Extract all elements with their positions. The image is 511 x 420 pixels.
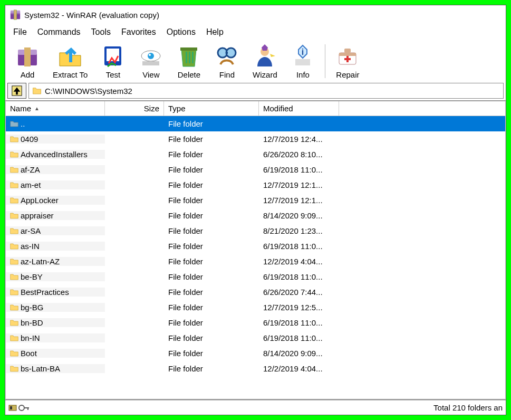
svg-rect-17 [192, 52, 194, 63]
nav-up-button[interactable] [7, 83, 26, 99]
folder-icon [10, 212, 18, 219]
file-modified: 6/19/2018 11:0... [259, 165, 339, 174]
file-modified: 8/14/2020 9:09... [259, 349, 339, 358]
file-name: 0409 [21, 135, 38, 144]
file-row[interactable]: AdvancedInstallersFile folder6/26/2020 8… [6, 147, 505, 162]
file-name: az-Latn-AZ [21, 257, 60, 266]
file-name: ar-SA [21, 226, 41, 235]
toolbar-info-button[interactable]: iInfo [284, 42, 322, 80]
col-header-modified[interactable]: Modified [259, 101, 339, 116]
file-row[interactable]: bg-BGFile folder12/7/2019 12:5... [6, 300, 505, 315]
file-type: File folder [164, 150, 259, 159]
file-row[interactable]: bs-Latn-BAFile folder12/2/2019 4:04... [6, 361, 505, 376]
menu-help[interactable]: Help [201, 25, 228, 39]
file-name: Boot [21, 349, 37, 358]
folder-icon [10, 289, 18, 296]
toolbar-test-button[interactable]: Test [94, 42, 132, 80]
toolbar-repair-button[interactable]: Repair [329, 42, 367, 80]
file-type: File folder [164, 196, 259, 205]
file-modified: 6/26/2020 7:44... [259, 288, 339, 297]
svg-rect-25 [339, 53, 356, 56]
path-box[interactable]: C:\WINDOWS\System32 [28, 83, 504, 99]
file-modified: 12/7/2019 12:4... [259, 135, 339, 144]
file-row[interactable]: af-ZAFile folder6/19/2018 11:0... [6, 162, 505, 177]
file-row[interactable]: am-etFile folder12/7/2019 12:1... [6, 177, 505, 193]
file-name: bn-IN [21, 333, 40, 342]
toolbar-view-button[interactable]: View [132, 42, 170, 80]
file-name: BestPractices [21, 288, 69, 297]
svg-point-12 [149, 54, 151, 56]
toolbar-add-button[interactable]: Add [8, 42, 46, 80]
svg-rect-13 [142, 61, 159, 65]
folder-icon [10, 166, 18, 174]
file-row[interactable]: ..File folder [6, 116, 505, 131]
file-type: File folder [164, 272, 259, 281]
file-modified: 6/19/2018 11:0... [259, 318, 339, 327]
file-row[interactable]: BootFile folder8/14/2020 9:09... [6, 346, 505, 361]
file-modified: 6/19/2018 11:0... [259, 242, 339, 251]
toolbar-wizard-button[interactable]: Wizard [246, 42, 284, 80]
disk-key-icon [8, 403, 30, 413]
toolbar-label: Info [296, 70, 310, 79]
menu-favorites[interactable]: Favorites [117, 25, 161, 39]
test-icon [100, 43, 126, 69]
toolbar-find-button[interactable]: Find [208, 42, 246, 80]
toolbar-label: Find [219, 70, 235, 79]
menu-options[interactable]: Options [162, 25, 200, 39]
parent-folder-icon [10, 120, 18, 128]
file-row[interactable]: bn-INFile folder6/19/2018 11:0... [6, 330, 505, 346]
col-header-type[interactable]: Type [164, 101, 259, 116]
file-name: as-IN [21, 242, 40, 251]
file-row[interactable]: appraiserFile folder8/14/2020 9:09... [6, 208, 505, 223]
file-modified: 12/2/2019 4:04... [259, 364, 339, 373]
file-row[interactable]: as-INFile folder6/19/2018 11:0... [6, 238, 505, 254]
add-icon [15, 43, 40, 69]
file-name: be-BY [21, 272, 43, 281]
file-row[interactable]: bn-BDFile folder6/19/2018 11:0... [6, 315, 505, 330]
col-header-name[interactable]: Name ▲ [6, 101, 105, 116]
toolbar-label: Delete [178, 70, 200, 79]
toolbar-separator [325, 44, 325, 78]
toolbar-label: Test [106, 70, 121, 79]
folder-icon [10, 365, 18, 373]
folder-icon [10, 304, 18, 311]
file-row[interactable]: 0409File folder12/7/2019 12:4... [6, 131, 505, 147]
sort-asc-icon: ▲ [34, 106, 40, 111]
file-row[interactable]: be-BYFile folder6/19/2018 11:0... [6, 269, 505, 284]
file-row[interactable]: AppLockerFile folder12/7/2019 12:1... [6, 193, 505, 208]
file-type: File folder [164, 242, 259, 251]
file-row[interactable]: ar-SAFile folder8/21/2020 1:23... [6, 223, 505, 238]
folder-icon [10, 335, 18, 342]
file-type: File folder [164, 135, 259, 144]
toolbar: AddExtract ToTestViewDeleteFindWizardiIn… [5, 40, 506, 81]
file-row[interactable]: BestPracticesFile folder6/26/2020 7:44..… [6, 284, 505, 300]
view-icon [138, 43, 163, 69]
file-type: File folder [164, 165, 259, 174]
toolbar-delete-button[interactable]: Delete [170, 42, 208, 80]
folder-icon [10, 243, 18, 250]
status-text: Total 210 folders an [433, 403, 503, 412]
file-modified: 8/14/2020 9:09... [259, 211, 339, 220]
file-name: bg-BG [21, 303, 43, 312]
toolbar-label: Repair [336, 70, 359, 79]
file-type: File folder [164, 257, 259, 266]
menu-tools[interactable]: Tools [86, 25, 115, 39]
path-text: C:\WINDOWS\System32 [45, 87, 132, 96]
extract-icon [57, 43, 83, 69]
folder-icon [32, 86, 42, 96]
folder-icon [10, 136, 18, 143]
delete-icon [176, 43, 201, 69]
window-title: System32 - WinRAR (evaluation copy) [24, 11, 159, 20]
file-modified: 8/21/2020 1:23... [259, 226, 339, 235]
file-name: af-ZA [21, 165, 40, 174]
menu-file[interactable]: File [8, 25, 32, 39]
menu-commands[interactable]: Commands [33, 25, 85, 39]
col-header-size[interactable]: Size [105, 101, 164, 116]
file-type: File folder [164, 288, 259, 297]
file-modified: 12/7/2019 12:1... [259, 180, 339, 189]
nav-bar: C:\WINDOWS\System32 [5, 81, 506, 100]
svg-rect-15 [186, 52, 187, 63]
file-row[interactable]: az-Latn-AZFile folder12/2/2019 4:04... [6, 254, 505, 269]
file-type: File folder [164, 180, 259, 189]
toolbar-extract-to-button[interactable]: Extract To [46, 42, 94, 80]
